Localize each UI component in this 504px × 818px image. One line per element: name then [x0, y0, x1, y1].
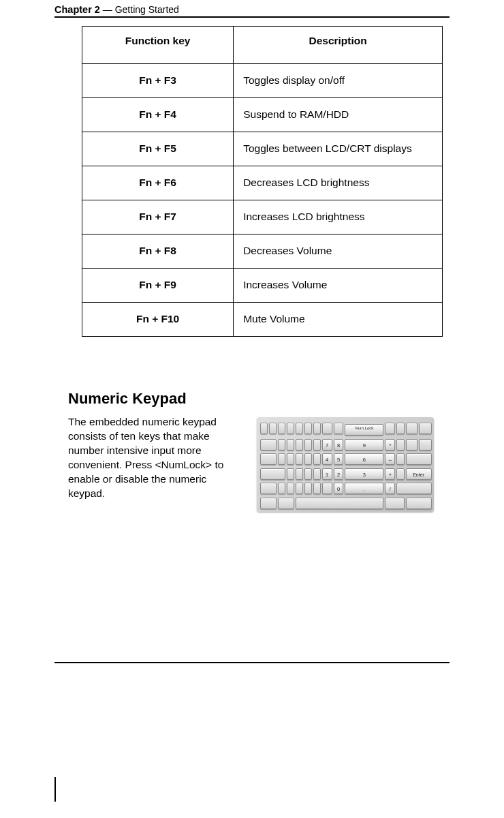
- function-key-cell: Fn + F4: [82, 98, 234, 132]
- key-blank: [260, 483, 277, 494]
- table-row: Fn + F7Increases LCD brightness: [82, 200, 443, 234]
- key-2: 2: [334, 468, 344, 480]
- key-blank: [406, 498, 432, 509]
- description-cell: Decreases LCD brightness: [234, 166, 443, 200]
- chapter-label: Chapter 2: [54, 4, 100, 15]
- key-4: 4: [322, 453, 332, 465]
- function-key-cell: Fn + F8: [82, 234, 234, 269]
- table-row: Fn + F8Decreases Volume: [82, 234, 443, 269]
- description-cell: Toggles display on/off: [234, 64, 443, 98]
- key-blank: [287, 483, 294, 494]
- key-blank: [304, 423, 312, 434]
- key-blank: [313, 468, 321, 480]
- table-row: Fn + F4Suspend to RAM/HDD: [82, 98, 443, 132]
- key-blank: [304, 468, 312, 480]
- key-blank: [296, 439, 303, 451]
- key-blank: [260, 439, 277, 451]
- key-blank: [260, 453, 277, 465]
- key-minus: –: [385, 453, 395, 465]
- numeric-keypad-image: Num Lock 7 8: [257, 417, 434, 512]
- description-cell: Increases Volume: [234, 269, 443, 303]
- function-key-cell: Fn + F3: [82, 64, 234, 98]
- key-blank: [322, 423, 332, 434]
- key-blank: [287, 453, 294, 465]
- key-blank: [419, 439, 431, 451]
- key-blank: [313, 453, 321, 465]
- key-3: 3: [345, 468, 383, 480]
- key-7: 7: [322, 439, 332, 451]
- key-blank: [396, 453, 404, 465]
- key-blank: [396, 483, 431, 494]
- key-8: 8: [334, 439, 344, 451]
- table-row: Fn + F3Toggles display on/off: [82, 64, 443, 98]
- key-blank: [287, 439, 294, 451]
- key-blank: [278, 483, 285, 494]
- key-blank: [260, 498, 277, 509]
- key-blank: [334, 423, 344, 434]
- table-row: Fn + F5Toggles between LCD/CRT displays: [82, 132, 443, 166]
- key-blank: [269, 423, 277, 434]
- key-blank: [296, 468, 303, 480]
- key-blank: [419, 423, 431, 434]
- key-0: 0: [334, 483, 344, 494]
- key-blank: [287, 468, 294, 480]
- key-blank: [396, 423, 404, 434]
- key-slash: /: [385, 483, 395, 494]
- chapter-title: Getting Started: [115, 4, 179, 15]
- table-header-key: Function key: [82, 27, 234, 64]
- key-numlock: Num Lock: [345, 424, 383, 436]
- function-key-table: Function key Description Fn + F3Toggles …: [82, 26, 443, 337]
- key-blank: [296, 483, 303, 494]
- key-blank: [304, 439, 312, 451]
- header-separator: —: [100, 4, 115, 15]
- key-blank: [385, 498, 404, 509]
- function-key-cell: Fn + F6: [82, 166, 234, 200]
- key-blank: [296, 423, 303, 434]
- key-blank: [385, 423, 395, 434]
- description-cell: Increases LCD brightness: [234, 200, 443, 234]
- function-key-cell: Fn + F5: [82, 132, 234, 166]
- table-row: Fn + F9Increases Volume: [82, 269, 443, 303]
- key-6: 6: [345, 453, 383, 465]
- key-5: 5: [334, 453, 344, 465]
- key-blank: [304, 453, 312, 465]
- key-blank: [406, 439, 418, 451]
- key-enter: Enter: [406, 468, 432, 480]
- page-header: Chapter 2 — Getting Started: [54, 4, 450, 18]
- key-blank: [313, 423, 321, 434]
- key-blank: [396, 439, 404, 451]
- table-row: Fn + F10Mute Volume: [82, 303, 443, 337]
- key-blank: [406, 453, 432, 465]
- function-key-cell: Fn + F9: [82, 269, 234, 303]
- key-blank: [278, 439, 285, 451]
- key-blank: [296, 453, 303, 465]
- footer-rule: [54, 662, 450, 663]
- key-blank: [396, 468, 404, 480]
- key-plus: +: [385, 468, 395, 480]
- key-blank: [260, 423, 268, 434]
- key-1: 1: [322, 468, 332, 480]
- description-cell: Mute Volume: [234, 303, 443, 337]
- key-dot: .: [345, 483, 383, 494]
- key-blank: [304, 483, 312, 494]
- section-paragraph: The embedded numeric keypad consists of …: [68, 414, 242, 500]
- key-blank: [313, 439, 321, 451]
- key-blank: [406, 423, 418, 434]
- key-blank: [287, 423, 294, 434]
- table-row: Fn + F6Decreases LCD brightness: [82, 166, 443, 200]
- key-blank: [322, 483, 332, 494]
- key-blank: [260, 468, 285, 480]
- key-spacebar: [296, 498, 384, 509]
- key-blank: [278, 453, 285, 465]
- description-cell: Suspend to RAM/HDD: [234, 98, 443, 132]
- description-cell: Decreases Volume: [234, 234, 443, 269]
- section-heading: Numeric Keypad: [68, 390, 450, 408]
- function-key-cell: Fn + F10: [82, 303, 234, 337]
- key-9: 9: [345, 439, 383, 451]
- description-cell: Toggles between LCD/CRT displays: [234, 132, 443, 166]
- key-star: *: [385, 439, 395, 451]
- function-key-cell: Fn + F7: [82, 200, 234, 234]
- key-blank: [313, 483, 321, 494]
- key-blank: [278, 423, 285, 434]
- key-blank: [278, 498, 294, 509]
